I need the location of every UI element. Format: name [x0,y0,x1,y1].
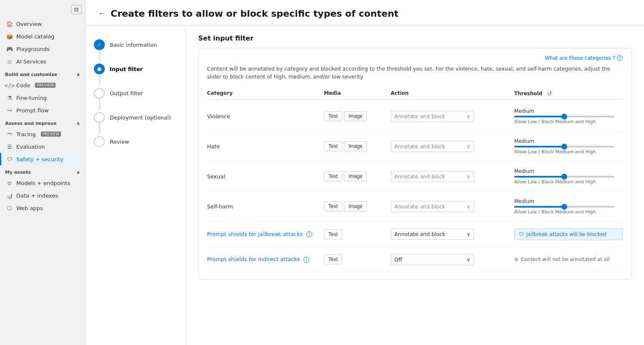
sidebar-item-fine-tuning[interactable]: ⚗ Fine-tuning [0,91,85,104]
step-circle-basic-info: ✓ [94,39,105,50]
dropdown-chevron-icon: ∨ [467,113,470,119]
step-circle-review [94,136,105,147]
category-indirect: Prompt shields for indirect attacks i [207,256,324,263]
violence-slider[interactable] [514,116,614,117]
prompt-flow-icon: ↪ [6,107,13,114]
media-jailbreak: Text [324,229,391,239]
sidebar-item-evaluation[interactable]: ☰ Evaluation [0,140,85,153]
sidebar-item-safety-security[interactable]: 🛡 Safety + security [0,153,85,165]
sidebar-item-models-endpoints[interactable]: ⊙ Models + endpoints [0,177,85,189]
page-header: ← Create filters to allow or block speci… [86,0,644,26]
table-row-indirect: Prompt shields for indirect attacks i Te… [207,247,623,272]
hate-image-button[interactable]: Image [344,141,367,151]
step-connector-1 [99,49,100,61]
code-icon: </> [6,82,13,89]
col-threshold: Threshold [514,91,542,96]
info-text: Content will be annotated by category an… [207,65,623,81]
indirect-status: ⊘ Content will not be annotated at all [514,256,623,262]
main-content: ← Create filters to allow or block speci… [86,0,644,345]
back-button[interactable]: ← [98,9,106,18]
sexual-action-dropdown[interactable]: Annotate and block ∨ [391,171,474,182]
sidebar-item-tracing[interactable]: 〜 Tracing PREVIEW [0,128,85,140]
steps-panel: ✓ Basic information ● Input filter Outpu… [86,26,186,345]
self-harm-action-dropdown[interactable]: Annotate and block ∨ [391,201,474,212]
step-input-filter[interactable]: ● Input filter [94,60,177,78]
page-title: Create filters to allow or block specifi… [111,8,399,19]
violence-threshold: Medium Allow Low / Block Medium and High [514,108,623,124]
sidebar-item-ai-services[interactable]: ◇ AI Services [0,55,85,68]
violence-action-dropdown[interactable]: Annotate and block ∨ [391,111,474,122]
sidebar-item-code[interactable]: </> Code PREVIEW [0,79,85,91]
sidebar-item-playgrounds[interactable]: 🎮 Playgrounds [0,43,85,55]
table-row-self-harm: Self-harm Text Image Annotate and block … [207,192,623,222]
category-violence: Violence [207,113,324,119]
ai-services-icon: ◇ [6,58,13,65]
what-categories-link[interactable]: What are these categories ? ? [545,55,623,61]
sidebar-item-model-catalog[interactable]: 📦 Model catalog [0,30,85,43]
hate-action-dropdown[interactable]: Annotate and block ∨ [391,141,474,152]
filter-content: Set input filter What are these categori… [186,26,644,345]
table-row-sexual: Sexual Text Image Annotate and block ∨ M… [207,162,623,192]
sexual-slider[interactable] [514,176,614,178]
build-customize-section[interactable]: Build and customize ∧ [0,68,85,79]
step-deployment[interactable]: Deployment (optional) [94,109,177,126]
filter-top-row: What are these categories ? ? [207,55,623,61]
step-label-basic-info: Basic information [110,42,157,48]
dropdown-chevron-icon: ∨ [467,143,470,150]
media-self-harm: Text Image [324,201,391,211]
table-row-hate: Hate Text Image Annotate and block ∨ Med… [207,132,623,162]
preview-badge: PREVIEW [35,83,56,88]
self-harm-image-button[interactable]: Image [344,201,367,211]
collapse-sidebar-button[interactable]: ⊡ [71,5,82,14]
violence-image-button[interactable]: Image [344,111,367,121]
category-hate: Hate [207,143,324,150]
sexual-image-button[interactable]: Image [344,171,367,181]
step-review[interactable]: Review [94,133,177,150]
data-indexes-icon: 📊 [6,192,13,199]
jailbreak-info-icon[interactable]: i [306,231,312,237]
media-indirect: Text [324,254,391,264]
reset-threshold-button[interactable]: ↺ [547,90,552,97]
playgrounds-icon: 🎮 [6,46,13,52]
tracing-icon: 〜 [6,131,13,137]
sidebar-item-web-apps[interactable]: ⬡ Web apps [0,202,85,214]
shield-off-icon: ⊘ [514,256,518,262]
sexual-threshold: Medium Allow Low / Block Medium and High [514,168,623,185]
step-circle-input-filter: ● [94,63,105,74]
self-harm-slider[interactable] [514,206,614,208]
self-harm-text-button[interactable]: Text [324,201,342,211]
sexual-text-button[interactable]: Text [324,171,342,181]
indirect-action-dropdown[interactable]: Off ∨ [391,254,474,265]
col-action: Action [391,90,514,97]
step-basic-info[interactable]: ✓ Basic information [94,36,177,53]
step-connector-2 [99,74,100,85]
model-catalog-icon: 📦 [6,33,13,40]
shield-check-icon: 🛡 [519,231,524,237]
indirect-text-button[interactable]: Text [324,254,342,264]
jailbreak-action-dropdown[interactable]: Annotate and block ∨ [391,228,474,240]
hate-slider[interactable] [514,146,614,147]
col-category: Category [207,90,324,97]
table-row-violence: Violence Text Image Annotate and block ∨… [207,101,623,132]
dropdown-chevron-icon: ∨ [467,173,470,180]
hate-text-button[interactable]: Text [324,141,342,151]
dropdown-chevron-icon: ∨ [467,203,470,210]
sidebar-item-overview[interactable]: 🏠 Overview [0,18,85,30]
sidebar-item-data-indexes[interactable]: 📊 Data + indexes [0,189,85,202]
step-circle-deployment [94,112,105,123]
my-assets-section[interactable]: My assets ∧ [0,165,85,177]
jailbreak-text-button[interactable]: Text [324,229,342,239]
dropdown-chevron-icon: ∨ [467,231,470,237]
assess-improve-section[interactable]: Assess and improve ∧ [0,117,85,128]
step-connector-3 [99,98,100,109]
violence-text-button[interactable]: Text [324,111,342,121]
fine-tuning-icon: ⚗ [6,94,13,101]
section-title: Set input filter [198,34,631,42]
sidebar-item-prompt-flow[interactable]: ↪ Prompt flow [0,104,85,117]
indirect-info-icon[interactable]: i [303,257,309,263]
hate-threshold: Medium Allow Low / Block Medium and High [514,138,623,155]
step-output-filter[interactable]: Output filter [94,84,177,102]
step-circle-output-filter [94,88,105,99]
content-area: ✓ Basic information ● Input filter Outpu… [86,26,644,345]
models-endpoints-icon: ⊙ [6,180,13,186]
